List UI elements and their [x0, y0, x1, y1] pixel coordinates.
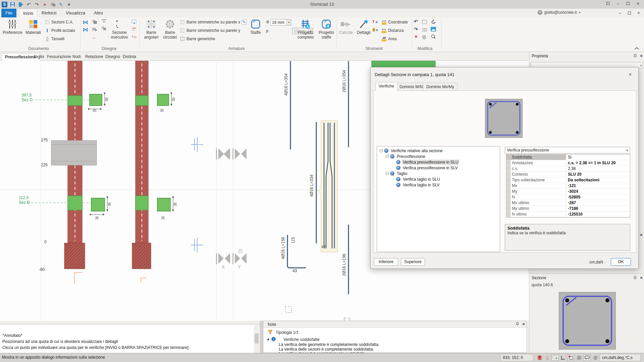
- close-panel-icon[interactable]: ×: [639, 232, 644, 238]
- close-icon[interactable]: ×: [635, 1, 641, 6]
- account-menu[interactable]: giotto@concrete.it ▾: [538, 10, 580, 15]
- level-dim-icon[interactable]: [131, 27, 137, 33]
- beam[interactable]: [51, 140, 97, 165]
- lightbulb-icon[interactable]: [544, 354, 551, 361]
- tab-rinforzi[interactable]: Rinforzi: [38, 9, 60, 17]
- progetto-completo-button[interactable]: A Progetto completo: [296, 18, 315, 40]
- barre-simmetriche-y-button[interactable]: Barre simmetriche su parete y: [180, 28, 240, 33]
- copy-shape-icon[interactable]: [101, 26, 107, 32]
- grid-row[interactable]: SoddisfattaSi: [506, 155, 630, 160]
- tree-item[interactable]: ✓ Verifica pressoflessione in SLV: [377, 165, 500, 171]
- collapse-icon[interactable]: −: [386, 172, 389, 175]
- rebar-highlight-strip[interactable]: [318, 121, 337, 252]
- preferenze-button[interactable]: Preferenze: [3, 18, 22, 35]
- barre-circolari-button[interactable]: Barre circolari: [160, 18, 180, 40]
- ribbon-collapse-icon[interactable]: [635, 47, 639, 51]
- close-panel-icon[interactable]: ×: [639, 275, 644, 281]
- filter-icon[interactable]: [268, 330, 273, 336]
- tree-item-selected[interactable]: ✓ Verifica pressoflessione in SLU: [377, 159, 500, 165]
- grid-row[interactable]: My ultimo-7186: [506, 206, 630, 212]
- tooltip-icon[interactable]: [583, 354, 591, 361]
- tab-visualizza[interactable]: Visualizza: [62, 9, 89, 17]
- tree-item[interactable]: − ✓ Taglio: [377, 171, 500, 176]
- tree-item[interactable]: ✓ Verifica taglio in SLU: [377, 176, 500, 182]
- collapse-icon[interactable]: −: [386, 155, 389, 158]
- eraser-icon[interactable]: [422, 35, 427, 40]
- erase-entities-icon[interactable]: ×: [415, 34, 418, 39]
- doc-close-icon[interactable]: ×: [636, 10, 641, 15]
- view-cube-icon[interactable]: [592, 354, 599, 361]
- command-history-panel[interactable]: *Annullato* Posizionarsi ad una quota di…: [0, 324, 260, 353]
- ribbon-display-icon[interactable]: ↑: [605, 1, 610, 6]
- grid-row[interactable]: My-3024: [506, 189, 630, 194]
- wall-column-right[interactable]: [132, 61, 151, 269]
- distanza-button[interactable]: Distanza: [382, 28, 404, 33]
- viewtab-distinta[interactable]: Distinta: [119, 53, 140, 61]
- align-top-icon[interactable]: [101, 19, 107, 24]
- panel-splitter[interactable]: [260, 321, 263, 353]
- tree-item[interactable]: − ✓ Verifiche relative alla sezione: [377, 148, 500, 154]
- grid-row[interactable]: Tipo sollecitazioneDa sollecitazioni: [506, 177, 630, 183]
- section-square[interactable]: 35 35: [157, 198, 177, 220]
- section-square[interactable]: 30 30: [90, 94, 109, 112]
- verification-type-combo[interactable]: Verifica pressoflessione ▾: [505, 147, 630, 154]
- superiore-button[interactable]: Superiore: [401, 258, 425, 266]
- barre-angolari-button[interactable]: Barre angolari: [142, 18, 161, 40]
- grid-row[interactable]: Mx-121: [506, 183, 630, 189]
- rebar-lines[interactable]: [287, 61, 348, 294]
- section-square[interactable]: 30 30: [157, 94, 175, 112]
- edit-bars-icon[interactable]: ✎: [242, 20, 247, 24]
- ok-button[interactable]: OK: [611, 258, 631, 266]
- tab-inizio[interactable]: Inizio: [19, 9, 38, 17]
- tab-altro[interactable]: Altro: [90, 9, 107, 17]
- dashed-select-icon[interactable]: [131, 19, 137, 25]
- edit-redo-icon[interactable]: ↷: [414, 26, 418, 32]
- command-scrollbar[interactable]: [254, 325, 259, 353]
- verification-tree[interactable]: − ✓ Verifiche relative alla sezione − ✓ …: [377, 146, 500, 252]
- doc-minimize-icon[interactable]: –: [617, 11, 623, 15]
- sezione-esecutivo-button[interactable]: Sezione esecutivo: [109, 18, 129, 40]
- tab-file[interactable]: File: [1, 9, 16, 17]
- materiali-button[interactable]: Materiali: [23, 18, 43, 35]
- tree-item[interactable]: ✓ Verifica taglio in SLV: [377, 182, 500, 188]
- close-panel-icon[interactable]: ×: [639, 53, 644, 59]
- calcola-button[interactable]: Calcola: [338, 18, 354, 35]
- select-rect-icon[interactable]: [422, 20, 427, 25]
- stretch-icon[interactable]: ↔: [92, 35, 96, 40]
- layer-move-icon[interactable]: [92, 27, 97, 33]
- close-panel-icon[interactable]: ×: [521, 321, 526, 327]
- dialogtab-dominio-mn[interactable]: Dominio M/N: [396, 83, 426, 91]
- profili-acciaio-button[interactable]: I Profili acciaio: [45, 28, 75, 33]
- add-selection-icon[interactable]: +: [551, 354, 559, 361]
- grid-row[interactable]: Annotazionic.s. = 2.38 >= 1 in SLU 20: [506, 160, 630, 166]
- barre-generiche-button[interactable]: Barre generiche: [180, 36, 215, 42]
- grid-row[interactable]: N-52805: [506, 194, 630, 200]
- dettagli-button[interactable]: Dettagli: [356, 18, 372, 35]
- coord-dim-icon[interactable]: x̄: [131, 34, 137, 40]
- dialogtab-dominio-mxmy[interactable]: Dominio Mx/My: [423, 83, 458, 91]
- layers-icon[interactable]: [536, 354, 543, 361]
- mirror-y-icon[interactable]: ⋈: [83, 26, 88, 33]
- collapse-icon[interactable]: −: [380, 149, 383, 152]
- text-export-icon[interactable]: T: [372, 19, 378, 25]
- layer-icon[interactable]: [92, 19, 97, 25]
- grid-row[interactable]: Mx ultimo-287: [506, 200, 630, 206]
- restore-icon[interactable]: [625, 1, 631, 6]
- section-square[interactable]: 35 35: [91, 198, 111, 220]
- edit-undo-icon[interactable]: ↶: [414, 19, 418, 24]
- mirror-x-icon[interactable]: ⋈: [83, 19, 88, 26]
- report-export-icon[interactable]: [372, 27, 378, 34]
- inferiore-button[interactable]: Inferiore: [374, 258, 398, 266]
- viewport-markers[interactable]: [285, 307, 350, 321]
- tree-item[interactable]: − ✓ Pressoflessione: [377, 154, 500, 159]
- tree-expander-icon[interactable]: [267, 338, 269, 340]
- minimize-icon[interactable]: –: [615, 1, 621, 6]
- dialogtab-verifiche[interactable]: Verifiche: [375, 82, 397, 91]
- ortho-icon[interactable]: [559, 354, 567, 361]
- select-points-icon[interactable]: [422, 27, 427, 33]
- grid-row[interactable]: N ultimo-125510: [506, 212, 630, 217]
- area-button[interactable]: Area: [382, 36, 396, 42]
- doc-restore-icon[interactable]: [627, 11, 632, 15]
- progetto-staffe-button[interactable]: A Progetto staffe: [317, 18, 336, 40]
- sezioni-ca-button[interactable]: Sezioni C.A.: [45, 19, 73, 25]
